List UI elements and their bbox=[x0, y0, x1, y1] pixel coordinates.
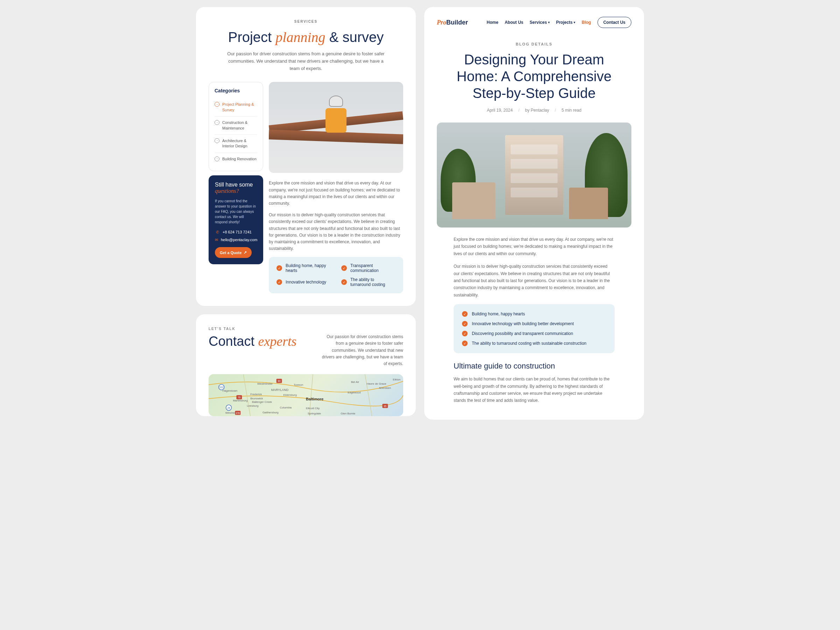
phone-contact[interactable]: ✆+8 624 713 7241 bbox=[215, 230, 257, 235]
arrow-right-icon: → bbox=[215, 102, 219, 107]
questions-box: Still have some questions? If you cannot… bbox=[208, 175, 263, 264]
svg-text:Brunswick: Brunswick bbox=[250, 397, 263, 400]
svg-text:29: 29 bbox=[227, 407, 230, 409]
services-para-2: Our mission is to deliver high-quality c… bbox=[269, 212, 403, 252]
svg-text:Aberdeen: Aberdeen bbox=[379, 387, 391, 390]
services-card: SERVICES Project planning & survey Our p… bbox=[196, 7, 416, 306]
svg-text:95: 95 bbox=[384, 405, 387, 407]
svg-text:Baltimore: Baltimore bbox=[306, 397, 324, 401]
svg-text:Martinsburg: Martinsburg bbox=[233, 399, 248, 402]
arrow-right-icon: → bbox=[215, 120, 219, 125]
blog-meta: April 19, 2024 / by Pentaclay / 5 min re… bbox=[437, 108, 632, 113]
services-image bbox=[269, 82, 403, 173]
chevron-down-icon: ▾ bbox=[548, 21, 550, 24]
blog-feature-item: ✓Building home, happy hearts bbox=[462, 311, 606, 317]
feature-item: ✓Innovative technology bbox=[276, 277, 331, 287]
blog-para-1: Explore the core mission and vision that… bbox=[453, 236, 614, 257]
nav-about[interactable]: About Us bbox=[505, 20, 523, 25]
svg-text:Havre de Grace: Havre de Grace bbox=[367, 382, 387, 385]
svg-text:Leesburg: Leesburg bbox=[247, 404, 258, 407]
email-contact[interactable]: ✉hello@pentaclay.com bbox=[215, 237, 257, 242]
blog-readtime: 5 min read bbox=[561, 108, 581, 113]
arrow-right-icon: → bbox=[215, 138, 219, 143]
contact-card: LET'S TALK Contact experts Our passion f… bbox=[196, 314, 416, 416]
arrow-icon: ↗ bbox=[243, 250, 247, 255]
svg-text:Westminster: Westminster bbox=[257, 382, 273, 385]
check-icon: ✓ bbox=[462, 311, 467, 317]
nav-blog[interactable]: Blog bbox=[582, 20, 591, 25]
blog-feature-item: ✓Discovering possibility and transparent… bbox=[462, 331, 606, 336]
svg-text:Glen Burnie: Glen Burnie bbox=[341, 412, 355, 415]
services-desc: Our passion for driver construction stem… bbox=[226, 51, 387, 72]
blog-title: Designing Your Dream Home: A Comprehensi… bbox=[453, 51, 614, 101]
contact-title: Contact experts bbox=[208, 333, 297, 349]
check-icon: ✓ bbox=[341, 279, 347, 285]
check-icon: ✓ bbox=[462, 341, 467, 346]
services-title: Project planning & survey bbox=[208, 29, 403, 46]
blog-h3: Ultimate guide to construction bbox=[453, 362, 614, 371]
contact-eyebrow: LET'S TALK bbox=[208, 327, 403, 331]
phone-icon: ✆ bbox=[215, 230, 220, 235]
svg-text:Gaithersburg: Gaithersburg bbox=[262, 411, 279, 414]
check-icon: ✓ bbox=[462, 321, 467, 327]
svg-text:522: 522 bbox=[219, 386, 224, 388]
svg-text:Ellicott City: Ellicott City bbox=[306, 407, 319, 410]
contact-desc: Our passion for driver construction stem… bbox=[319, 333, 403, 367]
questions-desc: If you cannot find the answer to your qu… bbox=[215, 199, 257, 225]
mail-icon: ✉ bbox=[215, 237, 218, 242]
blog-date: April 19, 2024 bbox=[487, 108, 513, 113]
questions-title-2: questions? bbox=[215, 188, 257, 194]
svg-text:MARYLAND: MARYLAND bbox=[271, 388, 289, 392]
map[interactable]: BaltimoreMARYLANDWestminsterFrederickBel… bbox=[208, 374, 403, 416]
get-quote-button[interactable]: Get a Quote↗ bbox=[215, 247, 252, 258]
category-item-construction[interactable]: →Construction & Maintenance bbox=[215, 117, 257, 135]
svg-text:70: 70 bbox=[238, 396, 241, 399]
feature-item: ✓Building home, happy hearts bbox=[276, 263, 331, 273]
category-item-planning[interactable]: →Project Planning & Survey bbox=[215, 98, 257, 117]
svg-text:Edgewood: Edgewood bbox=[347, 391, 361, 394]
feature-item: ✓Transparent communication bbox=[341, 263, 395, 273]
check-icon: ✓ bbox=[462, 331, 467, 336]
svg-text:Bel Air: Bel Air bbox=[351, 381, 359, 384]
blog-hero-image bbox=[437, 123, 632, 227]
features-box: ✓Building home, happy hearts ✓Transparen… bbox=[269, 257, 403, 293]
category-item-architecture[interactable]: →Architecture & Interior Design bbox=[215, 135, 257, 153]
questions-title-1: Still have some bbox=[215, 182, 257, 188]
svg-text:Columbia: Columbia bbox=[280, 406, 292, 409]
blog-para-2: Our mission is to deliver high-quality c… bbox=[453, 263, 614, 298]
blog-feature-item: ✓Innovative technology with building bet… bbox=[462, 321, 606, 327]
svg-text:Frederick: Frederick bbox=[250, 393, 262, 396]
svg-text:Springdale: Springdale bbox=[308, 412, 321, 415]
nav-bar: ProBuilder Home About Us Services▾ Proje… bbox=[437, 17, 632, 28]
nav-services[interactable]: Services▾ bbox=[529, 20, 549, 25]
chevron-down-icon: ▾ bbox=[574, 21, 575, 24]
svg-text:Hagerstown: Hagerstown bbox=[223, 389, 237, 392]
nav-home[interactable]: Home bbox=[487, 20, 498, 25]
check-icon: ✓ bbox=[341, 265, 347, 271]
svg-text:Ballenger Creek: Ballenger Creek bbox=[252, 400, 272, 404]
svg-text:Towson: Towson bbox=[294, 383, 303, 387]
svg-text:270: 270 bbox=[236, 412, 240, 414]
feature-item: ✓The ability to turnaround costing bbox=[341, 277, 395, 287]
category-item-renovation[interactable]: →Building Renovation bbox=[215, 153, 257, 165]
blog-eyebrow: BLOG DETAILS bbox=[437, 42, 632, 46]
blog-feature-item: ✓The ability to turnaround costing with … bbox=[462, 341, 606, 346]
logo[interactable]: ProBuilder bbox=[437, 19, 468, 26]
check-icon: ✓ bbox=[276, 279, 282, 285]
check-icon: ✓ bbox=[276, 265, 282, 271]
svg-text:83: 83 bbox=[278, 380, 281, 382]
svg-text:Eldersburg: Eldersburg bbox=[283, 393, 297, 396]
services-eyebrow: SERVICES bbox=[208, 20, 403, 24]
arrow-right-icon: → bbox=[215, 156, 219, 161]
contact-us-button[interactable]: Contact Us bbox=[597, 17, 632, 28]
blog-author: by Pentaclay bbox=[525, 108, 549, 113]
nav-projects[interactable]: Projects▾ bbox=[556, 20, 575, 25]
categories-box: Categories →Project Planning & Survey →C… bbox=[208, 82, 263, 171]
blog-card: ProBuilder Home About Us Services▾ Proje… bbox=[424, 7, 644, 420]
blog-para-3: We aim to build homes that our clients c… bbox=[453, 376, 614, 404]
svg-text:Elkton: Elkton bbox=[393, 378, 400, 382]
services-para-1: Explore the core mission and vision that… bbox=[269, 180, 403, 207]
categories-title: Categories bbox=[215, 88, 257, 93]
blog-features-box: ✓Building home, happy hearts ✓Innovative… bbox=[453, 304, 614, 353]
